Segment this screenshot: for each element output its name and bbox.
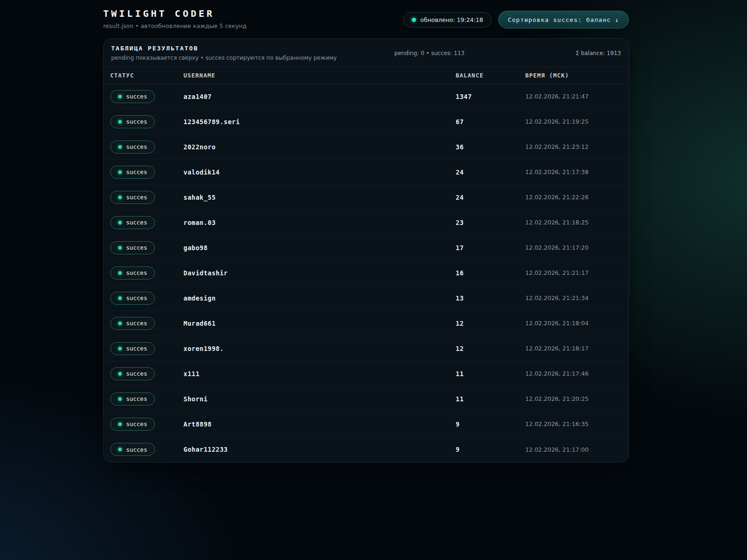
column-header-status: СТАТУС bbox=[110, 72, 183, 79]
table-row[interactable]: succes x111 11 12.02.2026, 21:17:46 bbox=[104, 361, 628, 386]
status-dot-icon bbox=[118, 347, 122, 350]
balance-cell: 11 bbox=[456, 395, 525, 403]
status-label: succes bbox=[126, 194, 147, 201]
panel-total-balance: Σ balance: 1913 bbox=[576, 50, 621, 56]
status-badge: succes bbox=[110, 166, 155, 179]
time-cell: 12.02.2026, 21:21:34 bbox=[525, 294, 622, 301]
table-row[interactable]: succes sahak_55 24 12.02.2026, 21:22:26 bbox=[104, 185, 628, 210]
table-row[interactable]: succes gabo98 17 12.02.2026, 21:17:20 bbox=[104, 235, 628, 260]
table-row[interactable]: succes aza1407 1347 12.02.2026, 21:21:47 bbox=[104, 84, 628, 109]
table-row[interactable]: succes 123456789.seri 67 12.02.2026, 21:… bbox=[104, 109, 628, 134]
table-header-row: СТАТУС USERNAME BALANCE ВРЕМЯ (МСК) bbox=[104, 67, 628, 84]
status-dot-icon bbox=[118, 448, 122, 451]
status-badge: succes bbox=[110, 191, 155, 204]
status-badge: succes bbox=[110, 392, 155, 406]
status-dot-icon bbox=[118, 196, 122, 199]
status-label: succes bbox=[126, 168, 147, 175]
balance-cell: 16 bbox=[456, 269, 525, 277]
table-row[interactable]: succes Gohar112233 9 12.02.2026, 21:17:0… bbox=[104, 437, 628, 462]
status-dot-icon bbox=[118, 221, 122, 224]
status-dot-icon bbox=[118, 296, 122, 300]
username-cell: x111 bbox=[183, 370, 456, 378]
time-cell: 12.02.2026, 21:17:46 bbox=[525, 370, 622, 377]
status-dot-icon bbox=[118, 95, 122, 98]
status-badge: succes bbox=[110, 443, 155, 456]
table-row[interactable]: succes Davidtashir 16 12.02.2026, 21:21:… bbox=[104, 260, 628, 286]
time-cell: 12.02.2026, 21:23:12 bbox=[525, 143, 622, 150]
status-dot-icon bbox=[118, 422, 122, 426]
status-label: succes bbox=[126, 370, 147, 377]
panel-title-block: ТАБЛИЦА РЕЗУЛЬТАТОВ pending показывается… bbox=[111, 45, 337, 61]
panel-counts: pending: 0 • succes: 113 bbox=[395, 50, 465, 56]
top-right-controls: обновлено: 19:24:18 Сортировка succes: б… bbox=[403, 11, 629, 28]
results-panel: ТАБЛИЦА РЕЗУЛЬТАТОВ pending показывается… bbox=[103, 38, 629, 462]
status-badge: succes bbox=[110, 216, 155, 229]
balance-cell: 36 bbox=[456, 143, 525, 151]
status-dot-icon bbox=[118, 246, 122, 250]
balance-cell: 12 bbox=[456, 345, 525, 352]
status-badge: succes bbox=[110, 418, 155, 431]
table-row[interactable]: succes valodik14 24 12.02.2026, 21:17:38 bbox=[104, 160, 628, 185]
status-dot-icon bbox=[118, 170, 122, 174]
table-row[interactable]: succes roman.03 23 12.02.2026, 21:18:25 bbox=[104, 210, 628, 235]
balance-cell: 9 bbox=[456, 446, 525, 453]
table-row[interactable]: succes Art8898 9 12.02.2026, 21:16:35 bbox=[104, 412, 628, 437]
balance-cell: 24 bbox=[456, 168, 525, 176]
status-label: succes bbox=[126, 420, 147, 427]
panel-header: ТАБЛИЦА РЕЗУЛЬТАТОВ pending показывается… bbox=[104, 39, 628, 67]
status-label: succes bbox=[126, 143, 147, 150]
status-label: succes bbox=[126, 269, 147, 276]
username-cell: xoren1998. bbox=[183, 345, 456, 352]
column-header-balance: BALANCE bbox=[456, 72, 525, 79]
top-bar: TWILIGHT CODER result.json • автообновле… bbox=[103, 0, 629, 29]
status-dot-icon bbox=[118, 372, 122, 376]
username-cell: Art8898 bbox=[183, 420, 456, 428]
time-cell: 12.02.2026, 21:20:25 bbox=[525, 395, 622, 402]
page-container: TWILIGHT CODER result.json • автообновле… bbox=[103, 0, 629, 462]
username-cell: Murad661 bbox=[183, 320, 456, 327]
table-row[interactable]: succes 2022noro 36 12.02.2026, 21:23:12 bbox=[104, 134, 628, 160]
panel-subtitle: pending показывается сверху • succes сор… bbox=[111, 55, 337, 61]
time-cell: 12.02.2026, 21:17:38 bbox=[525, 168, 622, 175]
title-block: TWILIGHT CODER result.json • автообновле… bbox=[103, 8, 247, 29]
status-label: succes bbox=[126, 219, 147, 226]
sort-button[interactable]: Сортировка succes: баланс ↓ bbox=[498, 11, 629, 28]
status-label: succes bbox=[126, 118, 147, 125]
balance-cell: 11 bbox=[456, 370, 525, 378]
balance-cell: 1347 bbox=[456, 93, 525, 100]
status-label: succes bbox=[126, 294, 147, 301]
time-cell: 12.02.2026, 21:19:25 bbox=[525, 118, 622, 125]
status-dot-icon bbox=[118, 397, 122, 401]
balance-cell: 24 bbox=[456, 194, 525, 201]
username-cell: Gohar112233 bbox=[183, 446, 456, 453]
time-cell: 12.02.2026, 21:18:25 bbox=[525, 219, 622, 226]
status-badge: succes bbox=[110, 140, 155, 154]
table-row[interactable]: succes amdesign 13 12.02.2026, 21:21:34 bbox=[104, 286, 628, 311]
status-label: succes bbox=[126, 446, 147, 453]
status-label: succes bbox=[126, 93, 147, 100]
username-cell: 123456789.seri bbox=[183, 118, 456, 126]
time-cell: 12.02.2026, 21:21:47 bbox=[525, 93, 622, 100]
table-row[interactable]: succes xoren1998. 12 12.02.2026, 21:18:1… bbox=[104, 336, 628, 361]
status-badge: succes bbox=[110, 367, 155, 380]
balance-cell: 12 bbox=[456, 320, 525, 327]
column-header-time: ВРЕМЯ (МСК) bbox=[525, 72, 622, 79]
status-dot-icon bbox=[412, 18, 416, 22]
username-cell: Davidtashir bbox=[183, 269, 456, 277]
balance-cell: 9 bbox=[456, 420, 525, 428]
status-badge: succes bbox=[110, 115, 155, 128]
balance-cell: 23 bbox=[456, 219, 525, 226]
table-row[interactable]: succes Shorni 11 12.02.2026, 21:20:25 bbox=[104, 386, 628, 412]
time-cell: 12.02.2026, 21:16:35 bbox=[525, 420, 622, 427]
status-badge: succes bbox=[110, 342, 155, 355]
status-badge: succes bbox=[110, 317, 155, 330]
status-dot-icon bbox=[118, 322, 122, 325]
username-cell: valodik14 bbox=[183, 168, 456, 176]
table-body: succes aza1407 1347 12.02.2026, 21:21:47… bbox=[104, 84, 628, 462]
table-row[interactable]: succes Murad661 12 12.02.2026, 21:18:04 bbox=[104, 311, 628, 336]
time-cell: 12.02.2026, 21:22:26 bbox=[525, 194, 622, 201]
page-title: TWILIGHT CODER bbox=[103, 8, 247, 19]
username-cell: aza1407 bbox=[183, 93, 456, 100]
status-badge: succes bbox=[110, 292, 155, 305]
column-header-username: USERNAME bbox=[183, 72, 456, 79]
